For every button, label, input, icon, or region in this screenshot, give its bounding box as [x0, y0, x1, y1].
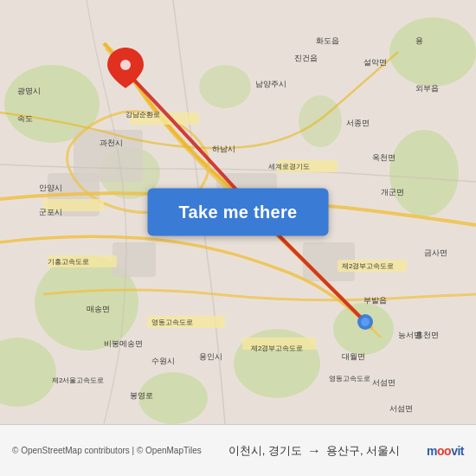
from-location: 이천시, 경기도 — [228, 443, 302, 459]
svg-text:개군면: 개군면 — [381, 188, 404, 196]
svg-point-10 — [299, 95, 342, 147]
svg-text:서섬면: 서섬면 — [389, 404, 413, 413]
svg-text:강남순환로: 강남순환로 — [125, 111, 160, 119]
svg-point-2 — [389, 17, 476, 87]
svg-text:군포시: 군포시 — [39, 208, 62, 216]
svg-rect-14 — [113, 242, 156, 277]
svg-text:흥천면: 흥천면 — [415, 331, 439, 339]
svg-text:세계로경기도: 세계로경기도 — [268, 163, 310, 170]
svg-text:제2경부고속도로: 제2경부고속도로 — [342, 262, 394, 270]
arrow-icon: → — [307, 443, 321, 459]
svg-text:매송면: 매송면 — [87, 305, 110, 313]
moovit-dot: oo — [437, 444, 451, 458]
svg-text:광명시: 광명시 — [17, 87, 41, 95]
moovit-logo: moovit — [427, 444, 464, 458]
svg-text:대월면: 대월면 — [342, 352, 365, 361]
route-info: 이천시, 경기도 → 용산구, 서울시 — [228, 443, 400, 459]
svg-text:설악면: 설악면 — [363, 58, 387, 67]
svg-point-62 — [120, 60, 131, 70]
attribution-text: © OpenStreetMap contributors | © OpenMap… — [12, 446, 202, 455]
svg-text:과천시: 과천시 — [100, 138, 123, 147]
svg-text:속도: 속도 — [17, 114, 33, 123]
svg-text:외부읍: 외부읍 — [415, 84, 439, 93]
svg-text:하남시: 하남시 — [212, 145, 235, 153]
svg-text:금사면: 금사면 — [424, 248, 447, 257]
svg-text:기흥고속도로: 기흥고속도로 — [48, 258, 89, 266]
svg-text:부발읍: 부발읍 — [363, 296, 387, 305]
svg-point-9 — [199, 65, 251, 108]
svg-text:안양시: 안양시 — [39, 183, 62, 192]
bottom-bar: © OpenStreetMap contributors | © OpenMap… — [0, 424, 476, 476]
svg-text:비봉메송면: 비봉메송면 — [104, 339, 143, 348]
button-overlay: Take me there — [148, 189, 329, 236]
svg-text:서섬면: 서섬면 — [372, 378, 396, 387]
svg-text:수원시: 수원시 — [151, 357, 175, 365]
svg-point-60 — [361, 318, 370, 326]
to-location: 용산구, 서울시 — [326, 443, 400, 459]
svg-text:진건읍: 진건읍 — [294, 54, 318, 62]
svg-text:영동고속도로: 영동고속도로 — [329, 375, 370, 383]
svg-text:용: 용 — [415, 36, 423, 45]
svg-text:제2경부고속도로: 제2경부고속도로 — [251, 344, 303, 352]
svg-text:봉영로: 봉영로 — [130, 391, 153, 400]
map-container: 광명시 속도 안양시 군포시 기흥고속도로 매송면 비봉메송면 과천시 강남순환… — [0, 0, 476, 424]
take-me-there-button[interactable]: Take me there — [148, 189, 329, 236]
svg-point-3 — [389, 130, 459, 216]
svg-text:제2서울고속도로: 제2서울고속도로 — [52, 376, 104, 384]
svg-text:남양주시: 남양주시 — [255, 80, 286, 88]
svg-text:영동고속도로: 영동고속도로 — [151, 318, 193, 326]
svg-text:화도읍: 화도읍 — [316, 36, 339, 45]
svg-text:서종면: 서종면 — [346, 119, 370, 127]
svg-text:용인시: 용인시 — [199, 352, 222, 361]
svg-text:옥천면: 옥천면 — [372, 153, 396, 162]
